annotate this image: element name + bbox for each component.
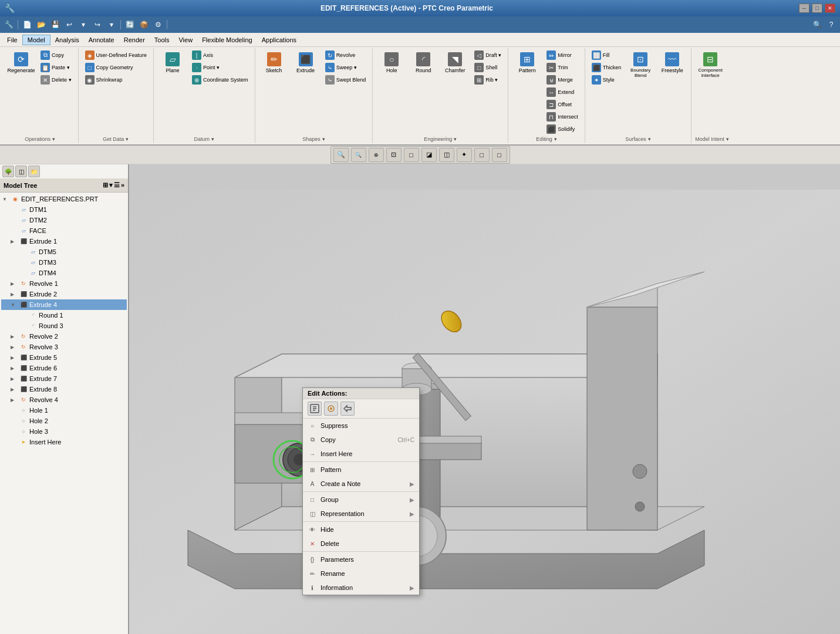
- component-interface-button[interactable]: ⊟ Component Interface: [695, 49, 726, 81]
- redo-button[interactable]: ↪: [91, 18, 104, 31]
- menu-render[interactable]: Render: [119, 35, 150, 45]
- datum-dropdown[interactable]: ▾: [211, 136, 214, 142]
- ctx-rename[interactable]: ✏ Rename: [303, 566, 419, 581]
- tree-item-hole1[interactable]: ○ Hole 1: [1, 405, 127, 416]
- ctx-edit-icon-2[interactable]: [324, 402, 338, 416]
- tree-item-dtm1[interactable]: ▱ DTM1: [1, 204, 127, 215]
- canvas[interactable]: Edit Actions: ○ Suppress ⧉ Copy: [129, 164, 840, 634]
- delete-button[interactable]: ✕ Delete ▾: [38, 74, 75, 86]
- layer-tree-icon[interactable]: ◫: [15, 166, 27, 177]
- tree-item-round1[interactable]: ◜ Round 1: [1, 310, 127, 321]
- tree-item-revolve3[interactable]: ▶ ↻ Revolve 3: [1, 342, 127, 352]
- operations-dropdown[interactable]: ▾: [52, 136, 55, 142]
- help-search[interactable]: 🔍: [811, 18, 824, 31]
- pattern-button[interactable]: ⊞ Pattern: [512, 49, 542, 76]
- menu-model[interactable]: Model: [22, 35, 50, 45]
- datum-display-button[interactable]: □: [492, 148, 507, 162]
- datum-label[interactable]: Datum ▾: [157, 135, 251, 142]
- axis-button[interactable]: | Axis: [189, 49, 251, 61]
- user-defined-feature-button[interactable]: ◈ User-Defined Feature: [82, 49, 150, 61]
- tree-item-extrude8[interactable]: ▶ ⬛ Extrude 8: [1, 384, 127, 394]
- zoom-out-button[interactable]: 🔍: [351, 148, 366, 162]
- orient-button[interactable]: ⊡: [386, 148, 402, 162]
- menu-flexible-modeling[interactable]: Flexible Modeling: [197, 35, 257, 45]
- folder-icon[interactable]: 📁: [28, 166, 40, 177]
- tree-item-extrude7[interactable]: ▶ ⬛ Extrude 7: [1, 373, 127, 384]
- chamfer-button[interactable]: ◥ Chamfer: [440, 49, 470, 76]
- draft-button[interactable]: ◁ Draft ▾: [471, 49, 504, 61]
- undo-button[interactable]: ↩: [63, 18, 76, 31]
- menu-analysis[interactable]: Analysis: [50, 35, 84, 45]
- model-intent-label[interactable]: Model Intent ▾: [695, 135, 729, 142]
- open-button[interactable]: 📂: [35, 18, 48, 31]
- spin-center-button[interactable]: ✦: [457, 148, 472, 162]
- operations-label[interactable]: Operations ▾: [6, 135, 75, 142]
- copy-geometry-button[interactable]: □ Copy Geometry: [82, 62, 150, 73]
- extrude-button[interactable]: ⬛ Extrude: [291, 49, 321, 76]
- menu-file[interactable]: File: [2, 35, 22, 45]
- tree-item-round3[interactable]: ◜ Round 3: [1, 321, 127, 331]
- undo-dropdown[interactable]: ▾: [77, 18, 90, 31]
- ctx-delete[interactable]: ✕ Delete: [303, 537, 419, 551]
- point-button[interactable]: · Point ▾: [189, 62, 251, 73]
- perspective-button[interactable]: ◫: [439, 148, 454, 162]
- surfaces-label[interactable]: Surfaces ▾: [589, 135, 688, 142]
- tree-settings-icon[interactable]: ☰: [114, 181, 120, 189]
- ctx-parameters[interactable]: {} Parameters: [303, 552, 419, 566]
- ctx-representation[interactable]: ◫ Representation ▶: [303, 507, 419, 521]
- tree-item-revolve4[interactable]: ▶ ↻ Revolve 4: [1, 394, 127, 405]
- editing-dropdown[interactable]: ▾: [554, 136, 557, 142]
- ctx-edit-icon-3[interactable]: [340, 402, 355, 416]
- help-button[interactable]: ?: [825, 18, 838, 31]
- tree-item-insert-here[interactable]: ➤ Insert Here: [1, 437, 127, 447]
- intersect-button[interactable]: ⊓ Intersect: [544, 111, 581, 123]
- solidify-button[interactable]: ⬛ Solidify: [544, 123, 581, 135]
- merge-button[interactable]: ⊎ Merge: [544, 74, 581, 86]
- close-button[interactable]: ✕: [825, 4, 835, 13]
- hole-button[interactable]: ○ Hole: [376, 49, 407, 76]
- tree-item-dtm2[interactable]: ▱ DTM2: [1, 215, 127, 225]
- zoom-area-button[interactable]: ⊕: [369, 148, 384, 162]
- shapes-label[interactable]: Shapes ▾: [259, 135, 369, 142]
- extend-button[interactable]: ↔ Extend: [544, 86, 581, 98]
- view-manager-button[interactable]: □: [474, 148, 490, 162]
- editing-label[interactable]: Editing ▾: [512, 135, 581, 142]
- surfaces-dropdown[interactable]: ▾: [648, 136, 651, 142]
- shade-wireframe-button[interactable]: □: [404, 148, 419, 162]
- tree-item-extrude6[interactable]: ▶ ⬛ Extrude 6: [1, 363, 127, 373]
- sweep-button[interactable]: ⤷ Sweep ▾: [322, 62, 369, 73]
- paste-button[interactable]: 📋 Paste ▾: [38, 62, 75, 73]
- round-button[interactable]: ◜ Round: [408, 49, 438, 76]
- engineering-dropdown[interactable]: ▾: [454, 136, 457, 142]
- tree-filter-icon[interactable]: ⊞: [103, 181, 108, 189]
- trim-button[interactable]: ✂ Trim: [544, 62, 581, 73]
- tree-item-extrude2[interactable]: ▶ ⬛ Extrude 2: [1, 289, 127, 299]
- maximize-button[interactable]: □: [812, 4, 822, 13]
- engineering-label[interactable]: Engineering ▾: [376, 135, 504, 142]
- tree-item-hole3[interactable]: ○ Hole 3: [1, 426, 127, 437]
- ctx-create-note[interactable]: A Create a Note ▶: [303, 477, 419, 491]
- save-button[interactable]: 💾: [49, 18, 62, 31]
- ctx-suppress[interactable]: ○ Suppress: [303, 419, 419, 433]
- tree-item-revolve1[interactable]: ▶ ↻ Revolve 1: [1, 278, 127, 289]
- ctx-copy[interactable]: ⧉ Copy Ctrl+C: [303, 433, 419, 447]
- swept-blend-button[interactable]: ⤷ Swept Blend: [322, 74, 369, 86]
- tree-menu-icon[interactable]: ▾: [109, 181, 113, 189]
- settings-button[interactable]: ⚙: [151, 18, 164, 31]
- menu-annotate[interactable]: Annotate: [84, 35, 119, 45]
- shrinkwrap-button[interactable]: ◉ Shrinkwrap: [82, 74, 150, 86]
- model-tree-icon[interactable]: 🌳: [2, 166, 14, 177]
- tree-item-extrude1[interactable]: ▶ ⬛ Extrude 1: [1, 236, 127, 247]
- menu-view[interactable]: View: [174, 35, 197, 45]
- ctx-group[interactable]: □ Group ▶: [303, 493, 419, 507]
- ctx-edit-icon-1[interactable]: [308, 402, 322, 416]
- ctx-pattern[interactable]: ⊞ Pattern: [303, 463, 419, 477]
- package-button[interactable]: 📦: [137, 18, 150, 31]
- redo-dropdown[interactable]: ▾: [105, 18, 118, 31]
- get-data-label[interactable]: Get Data ▾: [82, 135, 150, 142]
- menu-applications[interactable]: Applications: [257, 35, 301, 45]
- ctx-information[interactable]: ℹ Information ▶: [303, 581, 419, 595]
- coordinate-system-button[interactable]: ⊕ Coordinate System: [189, 74, 251, 86]
- thicken-button[interactable]: ⬛ Thicken: [589, 62, 625, 73]
- menu-tools[interactable]: Tools: [150, 35, 174, 45]
